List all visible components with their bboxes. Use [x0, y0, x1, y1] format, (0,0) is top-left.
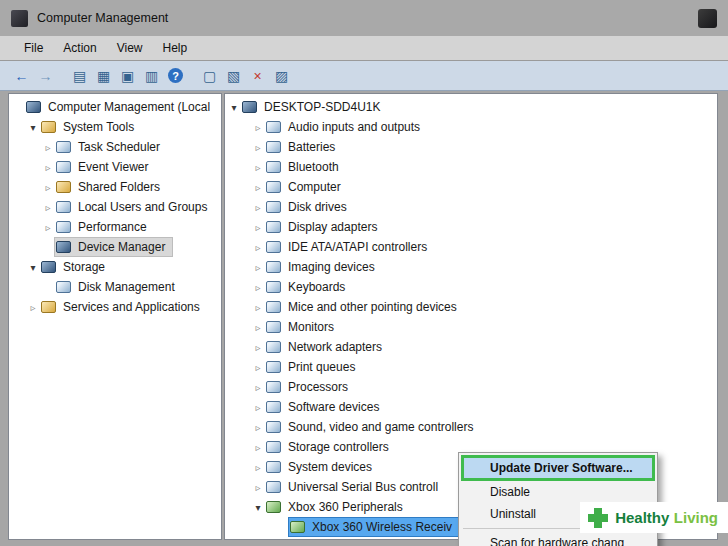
scan-hardware-icon-glyph: ▢ [203, 68, 216, 84]
tree-item[interactable]: ▹Local Users and Groups [9, 197, 221, 217]
chevron-down-icon[interactable]: ▾ [26, 122, 40, 133]
window-control-icon[interactable] [698, 9, 717, 28]
forward-icon-glyph: → [39, 68, 53, 84]
chevron-right-icon[interactable]: ▹ [251, 262, 265, 273]
tree-item-body: Universal Serial Bus controll [265, 478, 445, 496]
context-menu-item[interactable]: Disable [461, 481, 655, 503]
storage-icon [41, 261, 56, 273]
console-tree-pane: Computer Management (Local▾System Tools▹… [8, 93, 222, 540]
scan-hardware-icon[interactable]: ▢ [198, 64, 221, 87]
tree-item[interactable]: ▾System Tools [9, 117, 221, 137]
tree-item[interactable]: ▾DESKTOP-SDD4U1K [225, 97, 717, 117]
tree-item[interactable]: ▹Sound, video and game controllers [225, 417, 717, 437]
tree-item[interactable]: ▹Display adapters [225, 217, 717, 237]
tree-item[interactable]: ▹Network adapters [225, 337, 717, 357]
chevron-right-icon[interactable]: ▹ [41, 162, 55, 173]
tree-item[interactable]: ▾Storage [9, 257, 221, 277]
tree-item[interactable]: ▹Keyboards [225, 277, 717, 297]
tree-item[interactable]: Disk Management [9, 277, 221, 297]
list-view-icon[interactable]: ▥ [140, 64, 163, 87]
tree-item[interactable]: ▹Software devices [225, 397, 717, 417]
tree-item-label: Disk Management [76, 280, 177, 294]
tree-item[interactable]: ▹Monitors [225, 317, 717, 337]
tree-item[interactable]: ▹Task Scheduler [9, 137, 221, 157]
chevron-right-icon[interactable]: ▹ [26, 302, 40, 313]
tree-item[interactable]: ▹Bluetooth [225, 157, 717, 177]
console-tree: Computer Management (Local▾System Tools▹… [9, 94, 221, 317]
chevron-right-icon[interactable]: ▹ [251, 482, 265, 493]
chevron-down-icon[interactable]: ▾ [26, 262, 40, 273]
uninstall-device-icon-glyph: × [253, 68, 261, 84]
menubar: FileActionViewHelp [0, 36, 728, 61]
network-adapter-icon [266, 341, 281, 353]
tree-item[interactable]: ▹Event Viewer [9, 157, 221, 177]
console-tree-icon[interactable]: ▦ [92, 64, 115, 87]
chevron-right-icon[interactable]: ▹ [251, 282, 265, 293]
chevron-right-icon[interactable]: ▹ [251, 462, 265, 473]
menu-help[interactable]: Help [153, 38, 198, 58]
tree-item-label: Xbox 360 Wireless Receiv [310, 520, 454, 534]
chevron-right-icon[interactable]: ▹ [251, 362, 265, 373]
menu-action[interactable]: Action [53, 38, 106, 58]
tree-item[interactable]: Device Manager [9, 237, 221, 257]
chevron-right-icon[interactable]: ▹ [251, 122, 265, 133]
system-device-icon [266, 461, 281, 473]
chevron-right-icon[interactable]: ▹ [251, 302, 265, 313]
tree-item[interactable]: ▹Processors [225, 377, 717, 397]
chevron-right-icon[interactable]: ▹ [251, 242, 265, 253]
menu-file[interactable]: File [14, 38, 53, 58]
help-icon-glyph: ? [168, 68, 183, 83]
tree-item-label: Sound, video and game controllers [286, 420, 475, 434]
chevron-right-icon[interactable]: ▹ [251, 342, 265, 353]
chevron-right-icon[interactable]: ▹ [251, 422, 265, 433]
chevron-right-icon[interactable]: ▹ [251, 222, 265, 233]
tree-item[interactable]: ▹Services and Applications [9, 297, 221, 317]
healthy-living-watermark: Healthy Living [580, 502, 728, 533]
tree-item[interactable]: ▹Mice and other pointing devices [225, 297, 717, 317]
context-menu-item[interactable]: Update Driver Software... [461, 455, 655, 481]
chevron-right-icon[interactable]: ▹ [251, 142, 265, 153]
tree-item-label: Event Viewer [76, 160, 150, 174]
tree-item-body: Device Manager [55, 238, 172, 256]
tree-item[interactable]: ▹Computer [225, 177, 717, 197]
tree-item-label: Storage [61, 260, 107, 274]
chevron-down-icon[interactable]: ▾ [251, 502, 265, 513]
tree-item[interactable]: ▹Performance [9, 217, 221, 237]
context-menu-item[interactable]: Scan for hardware chang [461, 532, 655, 546]
tree-item-body: Display adapters [265, 218, 384, 236]
tree-item-body: Mice and other pointing devices [265, 298, 464, 316]
chevron-right-icon[interactable]: ▹ [41, 142, 55, 153]
uninstall-device-icon[interactable]: × [246, 64, 269, 87]
tree-item[interactable]: ▹Imaging devices [225, 257, 717, 277]
chevron-right-icon[interactable]: ▹ [41, 202, 55, 213]
chevron-right-icon[interactable]: ▹ [251, 402, 265, 413]
chevron-down-icon[interactable]: ▾ [227, 102, 241, 113]
help-icon[interactable]: ? [164, 64, 187, 87]
tree-item-label: Storage controllers [286, 440, 391, 454]
chevron-right-icon[interactable]: ▹ [251, 182, 265, 193]
menu-view[interactable]: View [107, 38, 153, 58]
chevron-right-icon[interactable]: ▹ [251, 382, 265, 393]
disk-drive-icon [266, 201, 281, 213]
chevron-right-icon[interactable]: ▹ [41, 222, 55, 233]
properties-icon[interactable]: ▣ [116, 64, 139, 87]
chevron-right-icon[interactable]: ▹ [41, 182, 55, 193]
tree-item[interactable]: ▹IDE ATA/ATAPI controllers [225, 237, 717, 257]
update-driver-icon[interactable]: ▧ [222, 64, 245, 87]
tree-item[interactable]: ▹Disk drives [225, 197, 717, 217]
chevron-right-icon[interactable]: ▹ [251, 162, 265, 173]
local-users-icon [56, 201, 71, 213]
tree-item[interactable]: ▹Audio inputs and outputs [225, 117, 717, 137]
export-list-icon-glyph: ▤ [73, 68, 86, 84]
chevron-right-icon[interactable]: ▹ [251, 442, 265, 453]
tree-item[interactable]: Computer Management (Local [9, 97, 221, 117]
forward-icon[interactable]: → [34, 64, 57, 87]
tree-item[interactable]: ▹Print queues [225, 357, 717, 377]
disable-device-icon[interactable]: ▨ [270, 64, 293, 87]
export-list-icon[interactable]: ▤ [68, 64, 91, 87]
tree-item[interactable]: ▹Batteries [225, 137, 717, 157]
chevron-right-icon[interactable]: ▹ [251, 202, 265, 213]
chevron-right-icon[interactable]: ▹ [251, 322, 265, 333]
tree-item[interactable]: ▹Shared Folders [9, 177, 221, 197]
back-icon[interactable]: ← [10, 64, 33, 87]
